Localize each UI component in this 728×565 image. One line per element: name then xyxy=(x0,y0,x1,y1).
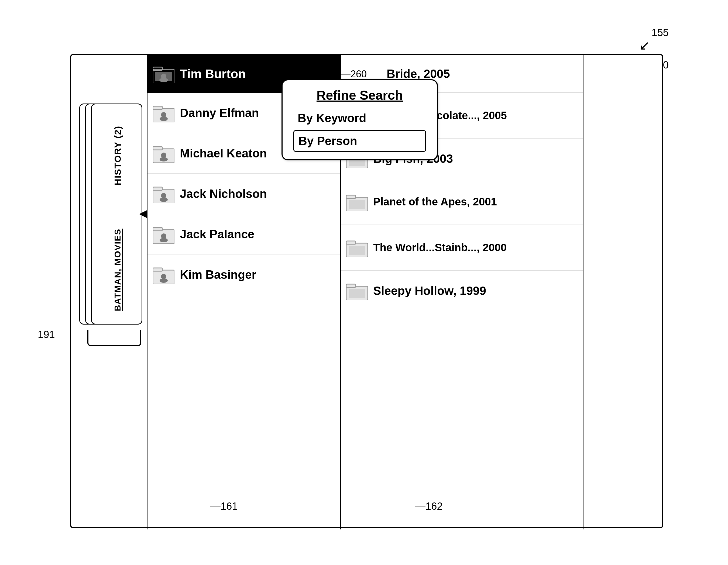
svg-rect-22 xyxy=(153,268,162,271)
refine-search-popup[interactable]: Refine Search By Keyword By Person xyxy=(281,79,438,160)
folder-icon-apes xyxy=(346,192,368,211)
svg-point-16 xyxy=(160,198,168,202)
people-item-jack-n[interactable]: Jack Nicholson xyxy=(147,174,340,214)
refine-search-title: Refine Search xyxy=(293,88,426,103)
svg-rect-36 xyxy=(349,246,365,255)
apes-label: Planet of the Apes, 2001 xyxy=(373,196,497,208)
diagram-area: 155 ↙ 160 SEARCH HISTORY (2) BATMAN, xyxy=(16,22,685,534)
folder-icon-tim xyxy=(153,64,174,83)
sidebar-stack: SEARCH HISTORY (2) BATMAN, MOVIES ◄ xyxy=(79,104,144,341)
movie-item-sleepy[interactable]: Sleepy Hollow, 1999 xyxy=(341,271,583,311)
bracket xyxy=(87,330,141,346)
folder-icon-sleepy xyxy=(346,281,368,300)
svg-rect-39 xyxy=(349,289,365,298)
svg-point-24 xyxy=(160,278,168,283)
svg-point-20 xyxy=(160,238,168,242)
movie-item-apes[interactable]: Planet of the Apes, 2001 xyxy=(341,179,583,225)
bride-label: Bride, 2005 xyxy=(387,67,450,81)
ref-161: —161 xyxy=(210,501,238,512)
by-keyword-item[interactable]: By Keyword xyxy=(293,108,426,128)
svg-point-12 xyxy=(160,157,168,161)
svg-rect-32 xyxy=(346,195,356,198)
ref-203: —203 xyxy=(184,77,210,88)
folder-icon-danny xyxy=(153,104,174,122)
svg-rect-35 xyxy=(346,241,356,244)
svg-rect-33 xyxy=(349,200,365,209)
ref-155: 155 xyxy=(652,27,669,39)
history-label: HISTORY (2) xyxy=(92,104,143,207)
svg-rect-18 xyxy=(153,228,162,231)
sleepy-label: Sleepy Hollow, 1999 xyxy=(373,284,486,298)
svg-rect-1 xyxy=(153,67,162,70)
ref-191: 191 xyxy=(38,329,55,340)
arrow-155-icon: ↙ xyxy=(639,38,650,53)
svg-point-8 xyxy=(160,117,168,121)
jack-palance-label: Jack Palance xyxy=(180,228,254,241)
michael-keaton-label: Michael Keaton xyxy=(180,147,267,160)
svg-rect-38 xyxy=(346,284,356,287)
movie-item-world[interactable]: The World...Stainb..., 2000 xyxy=(341,225,583,271)
folder-icon-kim xyxy=(153,265,174,284)
folder-icon-michael xyxy=(153,144,174,163)
svg-rect-6 xyxy=(153,106,162,109)
by-person-item[interactable]: By Person xyxy=(293,130,426,152)
ref-162: —162 xyxy=(415,501,442,512)
svg-rect-14 xyxy=(153,187,162,190)
folder-icon-jack-p xyxy=(153,225,174,244)
people-item-jack-p[interactable]: Jack Palance xyxy=(147,214,340,254)
folder-icon-world xyxy=(346,238,368,257)
folder-icon-jack-n xyxy=(153,184,174,203)
world-label: The World...Stainb..., 2000 xyxy=(373,242,507,254)
people-item-kim[interactable]: Kim Basinger xyxy=(147,254,340,295)
ref-260: —260 xyxy=(341,68,367,80)
main-panel: SEARCH HISTORY (2) BATMAN, MOVIES ◄ xyxy=(70,54,663,528)
svg-point-4 xyxy=(159,78,168,82)
danny-elfman-label: Danny Elfman xyxy=(180,106,259,120)
stack-card-3: HISTORY (2) BATMAN, MOVIES xyxy=(91,104,142,325)
svg-rect-10 xyxy=(153,147,162,150)
batman-label: BATMAN, MOVIES xyxy=(92,216,143,324)
kim-basinger-label: Kim Basinger xyxy=(180,268,256,281)
jack-nicholson-label: Jack Nicholson xyxy=(180,187,267,201)
